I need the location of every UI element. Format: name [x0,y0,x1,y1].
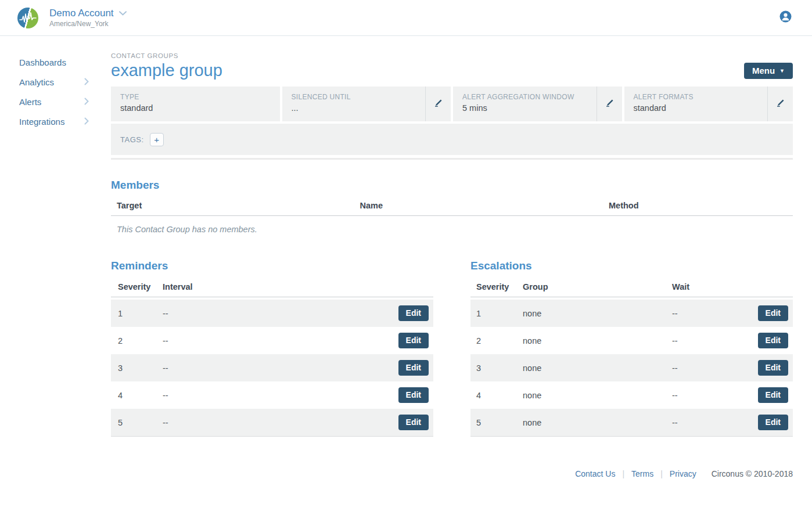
card-label: ALERT AGGREGATION WINDOW [462,93,587,101]
severity-cell: 5 [111,418,163,427]
column-header-target: Target [111,201,360,210]
account-name[interactable]: Demo Account [49,8,114,19]
severity-cell: 5 [470,418,523,427]
edit-escalation-button[interactable]: Edit [758,360,788,376]
column-header-wait: Wait [672,282,793,291]
group-cell: none [523,363,672,373]
members-section: Members Target Name Method This Contact … [111,179,793,234]
card-alert-aggregation-window: ALERT AGGREGATION WINDOW 5 mins [453,87,622,121]
edit-reminder-button[interactable]: Edit [398,415,429,430]
interval-cell: -- [163,363,398,373]
edit-silenced-until-button[interactable] [425,87,451,121]
account-timezone: America/New_York [49,20,127,28]
copyright-text: Circonus © 2010-2018 [712,469,793,478]
footer-separator: | [660,469,663,478]
contact-us-link[interactable]: Contact Us [575,469,615,478]
chevron-right-icon [84,77,89,87]
card-value: 5 mins [462,103,587,113]
reminders-table-header: Severity Interval [111,282,433,297]
escalations-heading: Escalations [470,260,793,272]
severity-cell: 4 [111,391,163,400]
pencil-icon [605,99,614,110]
card-label: TYPE [120,93,271,101]
severity-cell: 2 [470,336,523,345]
members-empty-message: This Contact Group has no members. [111,216,793,234]
card-value: ... [292,103,416,113]
sidebar-item-integrations[interactable]: Integrations [19,111,89,131]
table-row: 2 -- Edit [111,327,433,354]
chevron-right-icon [84,117,89,127]
privacy-link[interactable]: Privacy [670,469,696,478]
pencil-icon [434,99,443,110]
card-type: TYPE standard [111,87,280,121]
table-row: 5 none -- Edit [470,409,793,436]
interval-cell: -- [163,309,398,318]
tags-label: TAGS: [120,135,144,144]
column-header-method: Method [609,201,793,210]
sidebar-item-analytics[interactable]: Analytics [19,72,89,92]
account-switcher[interactable]: Demo Account America/New_York [17,8,127,28]
table-row: 3 -- Edit [111,354,433,381]
table-row: 4 -- Edit [111,381,433,409]
chevron-right-icon [84,97,89,107]
plus-icon: + [154,135,159,144]
tags-row: TAGS: + [111,124,793,155]
edit-reminder-button[interactable]: Edit [398,360,429,376]
card-value: standard [120,103,271,113]
footer: Contact Us | Terms | Privacy Circonus © … [111,469,793,478]
sidebar-item-label: Analytics [19,77,54,87]
severity-cell: 1 [470,309,523,318]
edit-escalation-button[interactable]: Edit [758,333,788,348]
table-row: 3 none -- Edit [470,354,793,381]
severity-cell: 3 [470,363,523,373]
sidebar-item-alerts[interactable]: Alerts [19,92,89,111]
menu-button[interactable]: Menu ▼ [744,63,793,79]
escalations-table: 1 none -- Edit 2 none -- Edit 3 none [470,300,793,437]
edit-alert-formats-button[interactable] [767,87,793,121]
chevron-down-icon [119,8,127,18]
column-header-name: Name [360,201,609,210]
add-tag-button[interactable]: + [150,133,164,146]
top-bar: Demo Account America/New_York [0,0,812,36]
property-cards: TYPE standard SILENCED UNTIL ... ALERT A… [111,87,793,121]
group-cell: none [523,418,672,427]
group-cell: none [523,391,672,400]
card-label: ALERT FORMATS [634,93,759,101]
edit-reminder-button[interactable]: Edit [398,333,429,348]
user-menu-button[interactable] [779,10,792,25]
severity-cell: 4 [470,391,523,400]
reminders-heading: Reminders [111,260,433,272]
section-divider [111,158,793,160]
account-info: Demo Account America/New_York [49,8,127,28]
column-header-severity: Severity [111,282,163,291]
table-row: 1 none -- Edit [470,300,793,327]
edit-reminder-button[interactable]: Edit [398,305,429,321]
severity-cell: 2 [111,336,163,345]
sidebar: Dashboards Analytics Alerts Integrations [0,36,111,478]
edit-escalation-button[interactable]: Edit [758,387,788,403]
breadcrumb[interactable]: CONTACT GROUPS [111,52,793,59]
column-header-severity: Severity [470,282,523,291]
escalations-section: Escalations Severity Group Wait 1 none -… [470,260,793,437]
edit-escalation-button[interactable]: Edit [758,415,788,430]
wait-cell: -- [672,336,758,345]
sidebar-item-dashboards[interactable]: Dashboards [19,52,89,72]
interval-cell: -- [163,336,398,345]
card-value: standard [634,103,759,113]
circonus-logo-icon [17,8,38,28]
edit-escalation-button[interactable]: Edit [758,305,788,321]
wait-cell: -- [672,309,758,318]
menu-button-label: Menu [752,66,775,75]
group-cell: none [523,309,672,318]
edit-reminder-button[interactable]: Edit [398,387,429,403]
sidebar-item-label: Alerts [19,97,41,107]
sidebar-item-label: Integrations [19,117,64,127]
table-row: 1 -- Edit [111,300,433,327]
sidebar-item-label: Dashboards [19,57,66,67]
caret-down-icon: ▼ [779,69,785,74]
terms-link[interactable]: Terms [631,469,653,478]
members-table-header: Target Name Method [111,201,793,216]
edit-aggregation-window-button[interactable] [597,87,622,121]
group-cell: none [523,336,672,345]
reminders-table: 1 -- Edit 2 -- Edit 3 -- Edit [111,300,433,437]
